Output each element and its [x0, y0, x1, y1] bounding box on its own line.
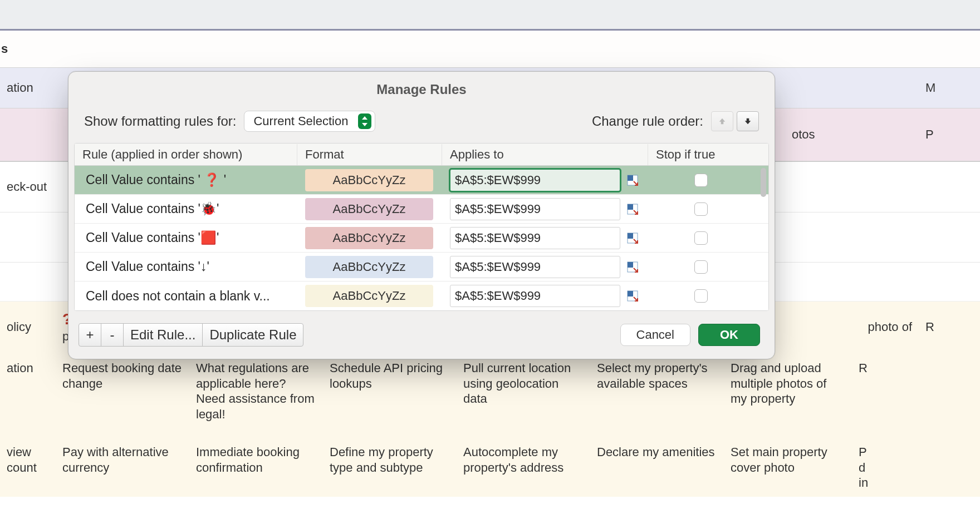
ok-button[interactable]: OK [698, 324, 760, 346]
rule-description: Cell Value contains '🟥' [75, 230, 297, 245]
rule-applies-cell: $A$5:$EW$999 [442, 285, 648, 307]
header-cell [785, 82, 919, 93]
scope-select-value: Current Selection [253, 114, 358, 128]
arrow-up-icon [717, 116, 727, 126]
col-stop: Stop if true [648, 144, 754, 165]
header-cell: P [919, 121, 952, 148]
applies-to-input[interactable]: $A$5:$EW$999 [450, 198, 620, 220]
move-rule-down-button[interactable] [737, 111, 759, 131]
dialog-title: Manage Rules [68, 72, 775, 105]
section-title-text: s [0, 42, 8, 56]
format-preview: AaBbCcYyZz [305, 198, 433, 220]
stop-if-true-checkbox[interactable] [694, 260, 708, 274]
svg-rect-3 [628, 204, 633, 210]
sheet-cell [919, 232, 952, 243]
sheet-cell: Set main property cover photo [724, 438, 852, 496]
range-picker-icon[interactable] [625, 288, 640, 304]
move-rule-up-button[interactable] [711, 111, 733, 131]
sheet-cell: P d in [852, 438, 885, 496]
rule-row[interactable]: Cell Value contains ' ❓ 'AaBbCcYyZz$A$5:… [75, 166, 768, 195]
rule-description: Cell Value contains ' ❓ ' [75, 172, 297, 187]
rule-description: Cell Value contains '🐞' [75, 201, 297, 216]
rule-description: Cell does not contain a blank v... [75, 289, 297, 304]
applies-to-input[interactable]: $A$5:$EW$999 [450, 169, 620, 191]
sheet-cell: Drag and upload multiple photos of my pr… [724, 354, 852, 427]
applies-to-input[interactable]: $A$5:$EW$999 [450, 227, 620, 249]
applies-to-input[interactable]: $A$5:$EW$999 [450, 285, 620, 307]
rule-format-cell: AaBbCcYyZz [297, 256, 442, 278]
range-picker-icon[interactable] [625, 201, 640, 217]
col-rule: Rule (applied in order shown) [75, 144, 297, 165]
svg-rect-7 [628, 262, 633, 268]
sheet-cell: view count [0, 438, 56, 496]
rule-stop-cell [648, 202, 754, 216]
scope-select[interactable]: Current Selection [244, 111, 375, 132]
edit-rule-button[interactable]: Edit Rule... [124, 324, 203, 346]
header-cell [0, 129, 56, 140]
range-picker-icon[interactable] [625, 230, 640, 246]
sheet-cell: Pull current location using geolocation … [457, 354, 590, 427]
dialog-footer: + - Edit Rule... Duplicate Rule Cancel O… [68, 311, 775, 359]
change-order-label: Change rule order: [592, 113, 703, 129]
cancel-button[interactable]: Cancel [620, 324, 690, 346]
sheet-cell: Autocomplete my property's address [457, 438, 590, 496]
rule-row[interactable]: Cell Value contains '↓'AaBbCcYyZz$A$5:$E… [75, 253, 768, 281]
rule-row[interactable]: Cell does not contain a blank v...AaBbCc… [75, 281, 768, 310]
sheet-cell: ation [0, 354, 56, 427]
sheet-cell [785, 181, 919, 192]
sheet-cell [0, 232, 56, 243]
section-title-row: s [0, 29, 980, 68]
rule-applies-cell: $A$5:$EW$999 [442, 227, 648, 249]
sheet-cell [785, 232, 919, 243]
sheet-row: ation Request booking date change What r… [0, 352, 980, 428]
arrow-down-icon [743, 116, 753, 126]
col-format: Format [297, 144, 442, 165]
rules-scrollbar[interactable] [761, 168, 766, 307]
applies-to-input[interactable]: $A$5:$EW$999 [450, 256, 620, 278]
format-preview: AaBbCcYyZz [305, 169, 433, 191]
rule-applies-cell: $A$5:$EW$999 [442, 198, 648, 220]
rule-format-cell: AaBbCcYyZz [297, 198, 442, 220]
rules-scroll-thumb[interactable] [761, 168, 766, 197]
header-cell: M [919, 75, 952, 101]
range-picker-icon[interactable] [625, 172, 640, 188]
format-preview: AaBbCcYyZz [305, 256, 433, 278]
col-applies: Applies to [442, 144, 648, 165]
sheet-cell: eck-out [0, 174, 56, 200]
duplicate-rule-button[interactable]: Duplicate Rule [203, 324, 303, 346]
sheet-cell: Define my property type and subtype [323, 438, 457, 496]
remove-rule-button[interactable]: - [101, 324, 124, 346]
header-cell: otos [785, 121, 919, 148]
rule-format-cell: AaBbCcYyZz [297, 227, 442, 249]
sheet-row: view count Pay with alternative currency… [0, 428, 980, 497]
rule-row[interactable]: Cell Value contains '🐞'AaBbCcYyZz$A$5:$E… [75, 195, 768, 224]
dialog-toolbar: Show formatting rules for: Current Selec… [68, 105, 775, 143]
sheet-cell: Declare my amenities [590, 438, 724, 496]
svg-rect-9 [628, 291, 633, 296]
sheet-cell: Select my property's available spaces [590, 354, 724, 427]
sheet-cell: R [919, 313, 952, 340]
sheet-cell: Immediate booking confirmation [189, 438, 323, 496]
sheet-cell [0, 276, 56, 288]
rule-stop-cell [648, 289, 754, 303]
sheet-cell [919, 181, 952, 192]
range-picker-icon[interactable] [625, 259, 640, 275]
stop-if-true-checkbox[interactable] [694, 231, 708, 245]
sheet-cell: R [852, 354, 885, 427]
stop-if-true-checkbox[interactable] [694, 202, 708, 216]
svg-rect-5 [628, 233, 633, 239]
stop-if-true-checkbox[interactable] [694, 174, 708, 187]
sheet-cell [919, 276, 952, 288]
sheet-cell: Pay with alternative currency [56, 438, 189, 496]
show-rules-label: Show formatting rules for: [84, 113, 236, 129]
format-preview: AaBbCcYyZz [305, 227, 433, 249]
updown-stepper-icon [358, 113, 371, 129]
rule-format-cell: AaBbCcYyZz [297, 285, 442, 307]
rule-row[interactable]: Cell Value contains '🟥'AaBbCcYyZz$A$5:$E… [75, 224, 768, 253]
sheet-cell: olicy [0, 313, 56, 340]
format-preview: AaBbCcYyZz [305, 285, 433, 307]
add-rule-button[interactable]: + [79, 324, 101, 346]
rule-applies-cell: $A$5:$EW$999 [442, 256, 648, 278]
stop-if-true-checkbox[interactable] [694, 289, 708, 303]
rule-format-cell: AaBbCcYyZz [297, 169, 442, 191]
